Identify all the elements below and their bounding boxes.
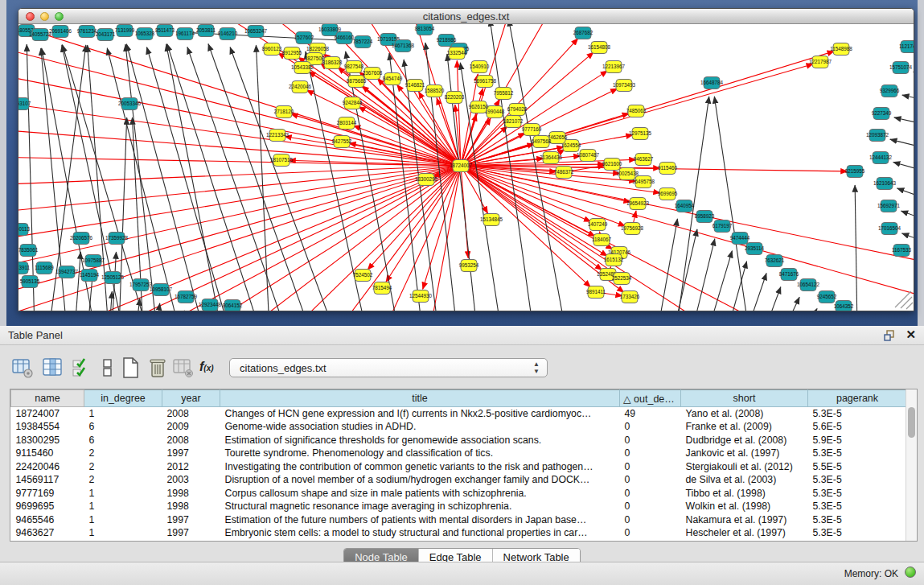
citation-edge[interactable] — [714, 97, 749, 311]
node[interactable]: 9350113 — [18, 224, 31, 236]
selected-node[interactable]: 6794028 — [507, 104, 528, 116]
table-cell[interactable]: 5.5E-5 — [808, 460, 907, 474]
table-options-icon[interactable] — [11, 356, 34, 379]
selected-node[interactable]: 19654923 — [626, 198, 650, 210]
selected-node[interactable]: 9953254 — [459, 260, 479, 272]
table-cell[interactable]: Corpus callosum shape and size in male p… — [220, 487, 620, 501]
node[interactable]: 7835061 — [18, 245, 39, 257]
selected-node[interactable]: 10973493 — [613, 80, 636, 92]
table-cell[interactable]: 5.3E-5 — [808, 447, 907, 460]
table-cell[interactable]: Jankovic et al. (1997) — [681, 447, 808, 460]
table-cell[interactable]: 9115460 — [11, 447, 84, 460]
selected-node[interactable]: 2803144 — [337, 117, 357, 130]
node[interactable]: 2935114 — [745, 243, 765, 255]
node[interactable]: 8511473 — [155, 25, 175, 37]
selected-node[interactable]: 6497568 — [532, 136, 552, 148]
selected-node[interactable]: 9875685 — [347, 76, 367, 88]
selected-node[interactable]: 1184067 — [592, 234, 612, 246]
selected-node[interactable]: 16495758 — [632, 176, 655, 188]
selected-node[interactable]: 1407249 — [588, 219, 608, 231]
node[interactable]: 12093872 — [866, 130, 889, 142]
table-cell[interactable]: 5.3E-5 — [808, 500, 907, 513]
table-cell[interactable]: 2009 — [162, 420, 220, 434]
selected-node[interactable]: 9146821 — [405, 80, 425, 92]
table-cell[interactable]: 1998 — [162, 500, 220, 513]
table-cell[interactable]: 1997 — [162, 513, 220, 527]
node[interactable]: 1167533 — [892, 245, 912, 257]
table-cell[interactable]: 2 — [84, 460, 162, 474]
citation-edge[interactable] — [674, 229, 697, 311]
node[interactable]: 8813054 — [415, 24, 435, 35]
column-header-in_degree[interactable]: in_degree — [84, 390, 162, 407]
node[interactable]: 2053107 — [18, 98, 31, 110]
table-row[interactable]: 1872400712008Changes of HCN gene express… — [11, 407, 907, 421]
selected-node[interactable]: 12544930 — [409, 290, 433, 303]
table-cell[interactable]: 5.9E-5 — [808, 434, 907, 447]
table-cell[interactable]: 9777169 — [11, 487, 84, 501]
table-cell[interactable]: 2 — [84, 447, 162, 460]
table-cell[interactable]: 5.3E-5 — [808, 487, 907, 501]
node[interactable]: 1121742 — [899, 41, 914, 53]
resize-grip[interactable] — [895, 291, 913, 309]
column-header-short[interactable]: short — [681, 390, 808, 407]
table-cell[interactable]: 2012 — [162, 460, 220, 474]
citation-edge-red[interactable] — [18, 157, 461, 166]
column-header-name[interactable]: name — [11, 390, 84, 407]
table-cell[interactable]: 0 — [620, 447, 681, 460]
scrollbar-thumb[interactable] — [908, 407, 915, 438]
node[interactable]: 8958923 — [695, 211, 715, 223]
node[interactable]: 1064352 — [834, 301, 854, 311]
citation-network-graph[interactable]: 1805531140557242069140697612342043171713… — [18, 24, 914, 311]
citation-edge[interactable] — [136, 299, 140, 311]
column-header-pagerank[interactable]: pagerank — [808, 390, 907, 407]
node[interactable]: 13942737 — [55, 266, 79, 278]
table-cell[interactable]: 5.3E-5 — [808, 407, 907, 421]
create-column-icon[interactable] — [119, 356, 142, 379]
selected-node[interactable]: 9626150 — [469, 101, 489, 113]
window-titlebar[interactable]: citations_edges.txt — [18, 9, 914, 24]
citation-edge[interactable] — [890, 139, 914, 154]
citation-edge[interactable] — [187, 47, 285, 311]
selected-node[interactable]: 7485063 — [626, 105, 647, 117]
node[interactable]: 7131999 — [115, 25, 135, 37]
selected-node[interactable]: 2718120 — [274, 106, 294, 118]
selected-node[interactable]: 1588520 — [425, 85, 445, 97]
table-cell[interactable]: 1998 — [162, 487, 220, 501]
node[interactable]: 14671368 — [392, 40, 415, 52]
node[interactable]: 16648784 — [700, 77, 724, 89]
node[interactable]: 5905135 — [20, 276, 40, 288]
selected-node[interactable]: 8186328 — [322, 57, 343, 69]
table-cell[interactable]: 9465546 — [11, 513, 84, 527]
table-cell[interactable]: Tourette syndrome. Phenomenology and cla… — [220, 447, 620, 460]
citation-edge-red[interactable] — [18, 44, 461, 166]
selected-node[interactable]: 9115460 — [658, 163, 678, 175]
node[interactable]: 7857224 — [353, 36, 373, 48]
node[interactable]: 2043171 — [96, 29, 116, 41]
table-cell[interactable]: 14569117 — [11, 473, 84, 487]
table-cell[interactable]: 5.6E-5 — [808, 420, 907, 434]
node[interactable]: 12923448 — [199, 299, 222, 311]
table-cell[interactable]: Changes of HCN gene expression and I(f) … — [220, 407, 620, 421]
table-cell[interactable]: Disruption of a novel member of a sodium… — [220, 473, 620, 487]
selected-node[interactable]: 10807487 — [577, 150, 600, 162]
table-cell[interactable]: 0 — [620, 487, 681, 501]
table-cell[interactable]: 9463627 — [11, 526, 84, 540]
network-view-window[interactable]: citations_edges.txt 18055311405572420691… — [18, 8, 914, 311]
table-cell[interactable]: 5.3E-5 — [808, 473, 907, 487]
selected-node[interactable]: 1821072 — [503, 116, 524, 128]
node[interactable]: 9146210 — [218, 28, 238, 40]
network-canvas[interactable]: 1805531140557242069140697612342043171713… — [18, 24, 914, 311]
table-cell[interactable]: 0 — [620, 513, 681, 527]
selected-node[interactable]: 9463627 — [634, 154, 654, 166]
citation-edge-red[interactable] — [18, 129, 461, 166]
table-cell[interactable]: 49 — [620, 407, 681, 421]
selected-node[interactable]: 9242844 — [343, 97, 363, 109]
node[interactable]: 1065328 — [135, 28, 155, 40]
table-cell[interactable]: 5.3E-5 — [808, 513, 907, 527]
selected-node[interactable]: 8220203 — [445, 92, 465, 104]
citation-edge[interactable] — [658, 219, 677, 311]
table-cell[interactable]: 2008 — [162, 434, 220, 447]
table-row[interactable]: 1830029562008Estimation of significance … — [11, 434, 907, 447]
table-cell[interactable]: 9699695 — [11, 500, 84, 513]
selected-node[interactable]: 16154808 — [588, 42, 611, 54]
